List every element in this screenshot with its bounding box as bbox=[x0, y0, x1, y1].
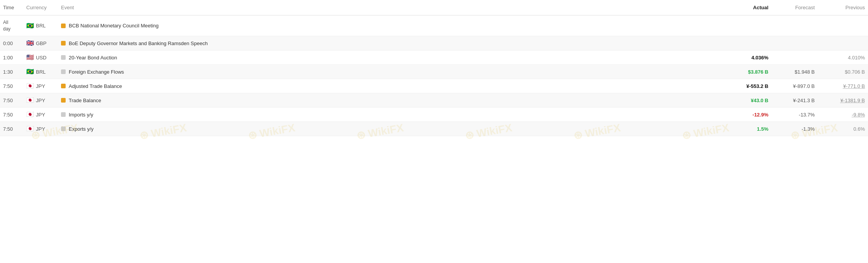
table-row: 1:30 🇧🇷 BRL Foreign Exchange Flows $3.87… bbox=[0, 65, 868, 79]
forecast-value: ¥-897.0 B bbox=[793, 83, 815, 89]
cell-event: BCB National Monetary Council Meeting bbox=[58, 15, 721, 36]
header-actual: Actual bbox=[721, 0, 771, 15]
actual-value: $3.876 B bbox=[748, 69, 768, 75]
previous-value: ¥-771.0 B bbox=[843, 83, 865, 89]
previous-value: $0.706 B bbox=[845, 69, 865, 75]
currency-code: JPY bbox=[36, 98, 45, 103]
actual-value: 1.5% bbox=[757, 126, 768, 132]
forecast-value: -1.3% bbox=[802, 126, 815, 132]
event-name: BCB National Monetary Council Meeting bbox=[69, 23, 159, 29]
cell-actual: ¥-553.2 B bbox=[721, 79, 771, 93]
cell-previous: $0.706 B bbox=[818, 65, 868, 79]
cell-previous bbox=[818, 15, 868, 36]
flag-icon: 🇯🇵 bbox=[26, 111, 34, 118]
forecast-value: $1.948 B bbox=[795, 69, 815, 75]
event-name: Imports y/y bbox=[69, 112, 93, 118]
cell-previous: 4.010% bbox=[818, 51, 868, 65]
flag-icon: 🇯🇵 bbox=[26, 83, 34, 89]
cell-previous: -9.8% bbox=[818, 108, 868, 122]
cell-actual: 1.5% bbox=[721, 122, 771, 136]
table-row: 7:50 🇯🇵 JPY Imports y/y -12.9%-13.7%-9.8… bbox=[0, 108, 868, 122]
flag-icon: 🇬🇧 bbox=[26, 40, 34, 46]
table-row: 1:00 🇺🇸 USD 20-Year Bond Auction 4.036%4… bbox=[0, 51, 868, 65]
event-name: 20-Year Bond Auction bbox=[69, 55, 117, 61]
currency-code: GBP bbox=[36, 40, 46, 46]
cell-forecast: ¥-897.0 B bbox=[771, 79, 818, 93]
table-row: 7:50 🇯🇵 JPY Adjusted Trade Balance ¥-553… bbox=[0, 79, 868, 93]
previous-value: ¥-1381.9 B bbox=[840, 98, 865, 103]
header-time: Time bbox=[0, 0, 23, 15]
cell-currency: 🇧🇷 BRL bbox=[23, 15, 58, 36]
cell-currency: 🇯🇵 JPY bbox=[23, 79, 58, 93]
actual-value: 4.036% bbox=[751, 55, 768, 61]
cell-forecast bbox=[771, 15, 818, 36]
cell-currency: 🇯🇵 JPY bbox=[23, 122, 58, 136]
flag-icon: 🇺🇸 bbox=[26, 54, 34, 61]
cell-time: 7:50 bbox=[0, 108, 23, 122]
cell-forecast: -1.3% bbox=[771, 122, 818, 136]
table-row: 0:00 🇬🇧 GBP BoE Deputy Governor Markets … bbox=[0, 36, 868, 51]
cell-event: Foreign Exchange Flows bbox=[58, 65, 721, 79]
importance-indicator bbox=[61, 126, 66, 131]
cell-previous: 0.6% bbox=[818, 122, 868, 136]
currency-code: BRL bbox=[36, 69, 46, 75]
cell-previous bbox=[818, 36, 868, 51]
importance-indicator bbox=[61, 55, 66, 60]
previous-value: 4.010% bbox=[848, 55, 865, 61]
cell-currency: 🇯🇵 JPY bbox=[23, 108, 58, 122]
event-name: BoE Deputy Governor Markets and Banking … bbox=[69, 40, 208, 46]
flag-icon: 🇯🇵 bbox=[26, 97, 34, 103]
cell-forecast bbox=[771, 36, 818, 51]
cell-previous: ¥-1381.9 B bbox=[818, 93, 868, 108]
importance-indicator bbox=[61, 24, 66, 28]
cell-time: 1:30 bbox=[0, 65, 23, 79]
cell-time: 1:00 bbox=[0, 51, 23, 65]
previous-value: 0.6% bbox=[853, 126, 865, 132]
importance-indicator bbox=[61, 98, 66, 103]
cell-time: 0:00 bbox=[0, 36, 23, 51]
flag-icon: 🇧🇷 bbox=[26, 23, 34, 29]
importance-indicator bbox=[61, 112, 66, 117]
importance-indicator bbox=[61, 69, 66, 74]
event-name: Trade Balance bbox=[69, 98, 101, 103]
header-forecast: Forecast bbox=[771, 0, 818, 15]
cell-time: 7:50 bbox=[0, 79, 23, 93]
importance-indicator bbox=[61, 41, 66, 46]
previous-value: -9.8% bbox=[852, 112, 865, 118]
cell-event: BoE Deputy Governor Markets and Banking … bbox=[58, 36, 721, 51]
flag-icon: 🇧🇷 bbox=[26, 69, 34, 75]
cell-actual: $3.876 B bbox=[721, 65, 771, 79]
cell-event: Adjusted Trade Balance bbox=[58, 79, 721, 93]
currency-code: JPY bbox=[36, 126, 45, 132]
cell-actual: 4.036% bbox=[721, 51, 771, 65]
currency-code: USD bbox=[36, 55, 46, 61]
cell-forecast: ¥-241.3 B bbox=[771, 93, 818, 108]
currency-code: BRL bbox=[36, 23, 46, 29]
table-row: Allday 🇧🇷 BRL BCB National Monetary Coun… bbox=[0, 15, 868, 36]
actual-value: ¥43.0 B bbox=[751, 98, 768, 103]
flag-icon: 🇯🇵 bbox=[26, 126, 34, 132]
cell-event: Trade Balance bbox=[58, 93, 721, 108]
cell-currency: 🇯🇵 JPY bbox=[23, 93, 58, 108]
cell-currency: 🇧🇷 BRL bbox=[23, 65, 58, 79]
cell-event: 20-Year Bond Auction bbox=[58, 51, 721, 65]
header-previous: Previous bbox=[818, 0, 868, 15]
currency-code: JPY bbox=[36, 112, 45, 118]
actual-value: -12.9% bbox=[753, 112, 768, 118]
cell-currency: 🇬🇧 GBP bbox=[23, 36, 58, 51]
actual-value: ¥-553.2 B bbox=[746, 83, 768, 89]
cell-event: Imports y/y bbox=[58, 108, 721, 122]
cell-time: 7:50 bbox=[0, 122, 23, 136]
cell-time: 7:50 bbox=[0, 93, 23, 108]
cell-actual bbox=[721, 15, 771, 36]
currency-code: JPY bbox=[36, 83, 45, 89]
cell-forecast: $1.948 B bbox=[771, 65, 818, 79]
forecast-value: ¥-241.3 B bbox=[793, 98, 815, 103]
cell-actual: -12.9% bbox=[721, 108, 771, 122]
header-currency: Currency bbox=[23, 0, 58, 15]
table-row: 7:50 🇯🇵 JPY Exports y/y 1.5%-1.3%0.6% bbox=[0, 122, 868, 136]
cell-actual bbox=[721, 36, 771, 51]
cell-currency: 🇺🇸 USD bbox=[23, 51, 58, 65]
event-name: Adjusted Trade Balance bbox=[69, 83, 122, 89]
importance-indicator bbox=[61, 84, 66, 88]
